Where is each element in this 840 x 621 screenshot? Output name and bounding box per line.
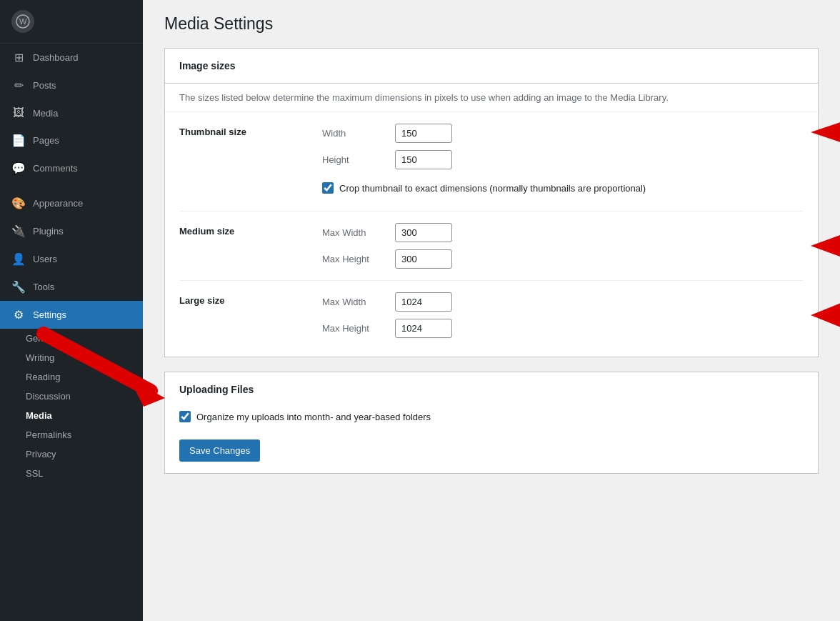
thumbnail-height-row: Height [322, 150, 804, 169]
submenu-item-media[interactable]: Media [0, 406, 143, 425]
medium-height-label: Max Height [322, 254, 386, 264]
large-height-row: Max Height [322, 319, 804, 338]
organize-uploads-checkbox[interactable] [179, 411, 191, 422]
sidebar: W ⊞ Dashboard ✏ Posts 🖼 Media 📄 Pages 💬 … [0, 0, 143, 621]
dashboard-icon: ⊞ [11, 51, 26, 64]
users-icon: 👤 [11, 252, 26, 266]
posts-icon: ✏ [11, 79, 26, 92]
large-width-input[interactable] [395, 292, 452, 312]
thumbnail-crop-label: Crop thumbnail to exact dimensions (norm… [339, 183, 646, 194]
sidebar-item-tools[interactable]: 🔧 Tools [0, 273, 143, 301]
large-width-row: Max Width [322, 292, 804, 312]
submenu-item-general[interactable]: General [0, 329, 143, 348]
submenu-item-permalinks[interactable]: Permalinks [0, 425, 143, 444]
arrow-thumbnail [811, 118, 840, 146]
uploading-title: Uploading Files [179, 384, 804, 395]
organize-uploads-row: Organize my uploads into month- and year… [179, 405, 804, 428]
arrow-large [811, 301, 840, 329]
thumbnail-width-label: Width [322, 128, 386, 139]
submenu-item-ssl[interactable]: SSL [0, 464, 143, 483]
svg-marker-2 [811, 118, 840, 146]
main-content: Media Settings Image sizes The sizes lis… [143, 0, 840, 621]
sidebar-item-users[interactable]: 👤 Users [0, 245, 143, 273]
sidebar-item-posts[interactable]: ✏ Posts [0, 71, 143, 99]
sidebar-item-media[interactable]: 🖼 Media [0, 99, 143, 126]
sidebar-item-dashboard[interactable]: ⊞ Dashboard [0, 44, 143, 71]
sidebar-item-appearance[interactable]: 🎨 Appearance [0, 189, 143, 217]
pages-icon: 📄 [11, 134, 26, 147]
medium-width-label: Max Width [322, 227, 386, 238]
submenu-item-writing[interactable]: Writing [0, 348, 143, 367]
sidebar-item-plugins[interactable]: 🔌 Plugins [0, 217, 143, 245]
image-sizes-body: Thumbnail size Width Height Crop th [165, 112, 818, 357]
medium-width-input[interactable] [395, 223, 452, 242]
thumbnail-crop-checkbox[interactable] [322, 182, 334, 194]
plugins-icon: 🔌 [11, 224, 26, 238]
sidebar-item-pages[interactable]: 📄 Pages [0, 126, 143, 154]
svg-marker-4 [811, 301, 840, 329]
thumbnail-size-block: Thumbnail size Width Height Crop th [179, 112, 804, 212]
sidebar-item-comments[interactable]: 💬 Comments [0, 154, 143, 182]
medium-label: Medium size [179, 223, 322, 237]
save-changes-button[interactable]: Save Changes [179, 439, 260, 462]
large-fields: Max Width Max Height [322, 292, 804, 338]
upload-section-body: Uploading Files Organize my uploads into… [165, 372, 818, 473]
page-title: Media Settings [164, 14, 819, 34]
comments-icon: 💬 [11, 162, 26, 175]
medium-height-input[interactable] [395, 249, 452, 269]
thumbnail-fields: Width Height Crop thumbnail to exact dim… [322, 124, 804, 199]
uploading-section: Uploading Files Organize my uploads into… [164, 372, 819, 474]
thumbnail-crop-row: Crop thumbnail to exact dimensions (norm… [322, 177, 804, 199]
submenu-item-discussion[interactable]: Discussion [0, 387, 143, 406]
submenu-item-reading[interactable]: Reading [0, 367, 143, 387]
large-width-label: Max Width [322, 297, 386, 307]
medium-width-row: Max Width [322, 223, 804, 242]
submenu-item-privacy[interactable]: Privacy [0, 444, 143, 464]
large-height-label: Max Height [322, 323, 386, 334]
settings-icon: ⚙ [11, 308, 26, 322]
arrow-medium [811, 232, 840, 260]
svg-text:W: W [19, 17, 27, 26]
image-sizes-title: Image sizes [165, 49, 818, 84]
thumbnail-width-input[interactable] [395, 124, 452, 143]
settings-submenu: General Writing Reading Discussion Media… [0, 329, 143, 483]
appearance-icon: 🎨 [11, 197, 26, 210]
svg-marker-3 [811, 232, 840, 260]
thumbnail-height-input[interactable] [395, 150, 452, 169]
medium-size-block: Medium size Max Width Max Height [179, 212, 804, 281]
sidebar-item-settings[interactable]: ⚙ Settings [0, 301, 143, 329]
media-icon: 🖼 [11, 106, 26, 119]
large-height-input[interactable] [395, 319, 452, 338]
tools-icon: 🔧 [11, 280, 26, 294]
medium-fields: Max Width Max Height [322, 223, 804, 269]
medium-height-row: Max Height [322, 249, 804, 269]
large-size-block: Large size Max Width Max Height [179, 281, 804, 349]
thumbnail-label: Thumbnail size [179, 124, 322, 137]
wp-logo-icon: W [11, 10, 34, 33]
thumbnail-width-row: Width [322, 124, 804, 143]
large-label: Large size [179, 292, 322, 306]
sidebar-logo: W [0, 0, 143, 44]
organize-uploads-label: Organize my uploads into month- and year… [196, 412, 431, 422]
upload-section-container: Uploading Files [179, 384, 804, 395]
image-sizes-section: Image sizes The sizes listed below deter… [164, 48, 819, 357]
image-sizes-description: The sizes listed below determine the max… [165, 84, 818, 112]
thumbnail-height-label: Height [322, 154, 386, 165]
